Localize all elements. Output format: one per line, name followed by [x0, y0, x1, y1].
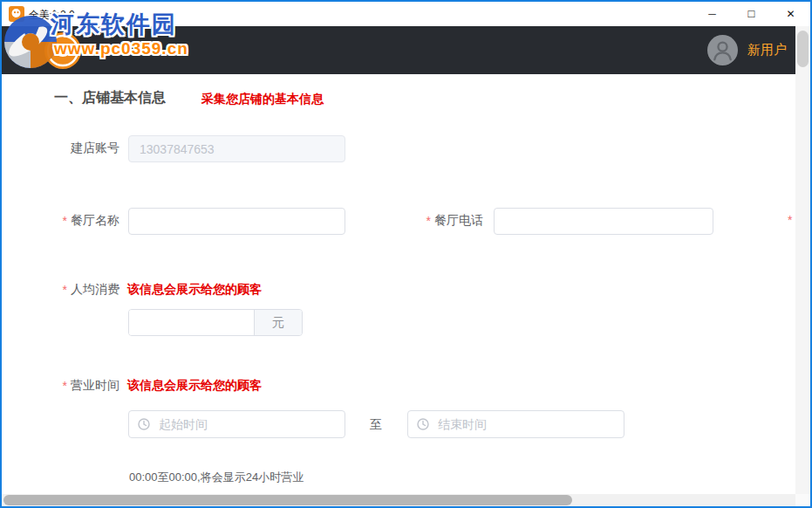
app-logo: [44, 31, 82, 70]
vertical-scrollbar-thumb[interactable]: [797, 31, 809, 67]
per-capita-input-group: 元: [128, 309, 303, 336]
required-asterisk: *: [788, 213, 792, 227]
restaurant-name-label: * 餐厅名称: [54, 213, 119, 229]
account-label: 建店账号: [54, 141, 119, 156]
account-input: [128, 135, 345, 162]
section-title: 一、店铺基本信息: [54, 89, 166, 107]
start-time-input[interactable]: [157, 416, 336, 432]
titlebar: 全美食2.0 ─ □ ✕: [2, 2, 810, 26]
end-time-picker[interactable]: [407, 410, 624, 438]
horizontal-scrollbar[interactable]: [2, 494, 796, 506]
hours-hint: 00:00至00:00,将会显示24小时营业: [129, 470, 304, 485]
maximize-button[interactable]: □: [732, 2, 771, 26]
unit-suffix: 元: [254, 310, 302, 335]
restaurant-name-input[interactable]: [128, 208, 345, 235]
start-time-picker[interactable]: [128, 410, 345, 438]
username-label[interactable]: 新用户: [747, 42, 787, 58]
per-capita-label: * 人均消费: [54, 282, 119, 298]
app-header: 新用户: [2, 26, 795, 74]
scrollbar-corner: [795, 494, 810, 506]
per-capita-input[interactable]: [129, 310, 254, 335]
restaurant-phone-input[interactable]: [494, 208, 713, 235]
required-asterisk: *: [63, 379, 67, 393]
window-title: 全美食2.0: [29, 8, 75, 23]
clipped-third-field: *: [788, 213, 795, 227]
business-hours-note: 该信息会展示给您的顾客: [127, 378, 262, 394]
hours-separator: 至: [370, 417, 382, 433]
section-note: 采集您店铺的基本信息: [201, 92, 324, 107]
app-window: 全美食2.0 ─ □ ✕ 新用户: [0, 0, 812, 508]
app-window-icon: [9, 6, 24, 22]
vertical-scrollbar[interactable]: [795, 26, 810, 494]
per-capita-note: 该信息会展示给您的顾客: [127, 282, 262, 298]
window-controls: ─ □ ✕: [693, 2, 810, 26]
close-button[interactable]: ✕: [771, 2, 810, 26]
user-area[interactable]: 新用户: [707, 26, 792, 74]
required-asterisk: *: [63, 214, 67, 228]
required-asterisk: *: [63, 283, 67, 297]
clock-icon: [138, 418, 150, 430]
store-info-form: 一、店铺基本信息 采集您店铺的基本信息 建店账号 * 餐厅名称 * 餐厅电话 *: [2, 74, 795, 494]
horizontal-scrollbar-thumb[interactable]: [3, 495, 572, 505]
minimize-button[interactable]: ─: [693, 2, 732, 26]
required-asterisk: *: [426, 214, 431, 228]
end-time-input[interactable]: [436, 416, 615, 432]
avatar-icon: [707, 35, 738, 65]
business-hours-label: * 营业时间: [54, 378, 119, 394]
clock-icon: [417, 418, 429, 430]
restaurant-phone-label: * 餐厅电话: [420, 213, 483, 229]
